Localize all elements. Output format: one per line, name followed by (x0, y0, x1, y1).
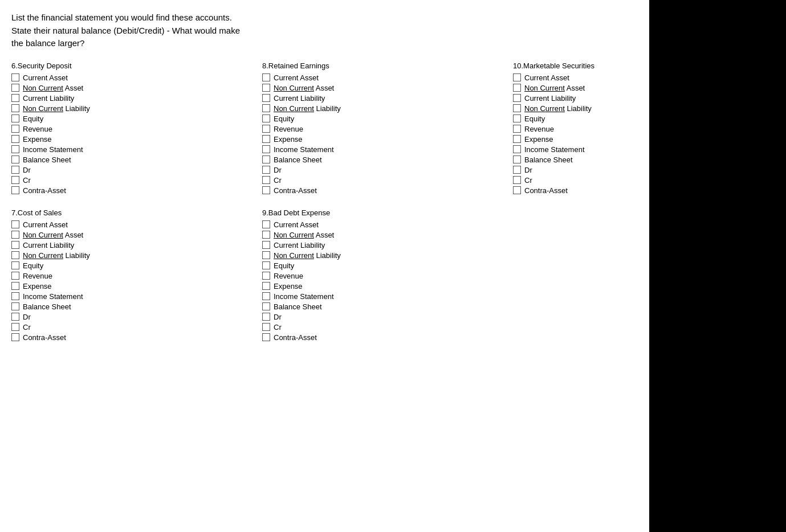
checkbox-q9-1[interactable] (262, 231, 270, 239)
checkbox-q8-2[interactable] (262, 94, 270, 102)
list-item: Expense (11, 282, 251, 290)
list-item: Balance Sheet (262, 302, 502, 311)
list-item: Non Current Asset (11, 231, 251, 239)
checkbox-q9-11[interactable] (262, 333, 270, 341)
checkbox-q8-11[interactable] (262, 186, 270, 194)
question-7-title: 7.Cost of Sales (11, 208, 251, 217)
checkbox-label: Cr (23, 323, 31, 332)
checkbox-q7-2[interactable] (11, 241, 19, 249)
list-item: Cr (11, 323, 251, 332)
checkbox-label: Non Current Asset (23, 84, 83, 92)
checkbox-label: Non Current Liability (274, 104, 341, 113)
checkbox-q9-6[interactable] (262, 282, 270, 290)
checkbox-label: Current Asset (524, 73, 569, 82)
checkbox-q6-4[interactable] (11, 114, 19, 122)
checkbox-label: Income Statement (23, 292, 83, 301)
checkbox-q9-2[interactable] (262, 241, 270, 249)
checkbox-q7-7[interactable] (11, 292, 19, 300)
checkbox-q9-10[interactable] (262, 323, 270, 331)
checkbox-q9-9[interactable] (262, 313, 270, 321)
checkbox-label: Contra-Asset (23, 186, 66, 195)
checkbox-q6-3[interactable] (11, 104, 19, 112)
checkbox-q6-0[interactable] (11, 73, 19, 81)
list-item: Expense (262, 282, 502, 290)
checkbox-q10-6[interactable] (513, 135, 521, 143)
list-item: Income Statement (11, 292, 251, 301)
checkbox-q9-5[interactable] (262, 272, 270, 280)
checkbox-q10-5[interactable] (513, 125, 521, 133)
checkbox-q10-1[interactable] (513, 84, 521, 92)
checkbox-q10-3[interactable] (513, 104, 521, 112)
checkbox-q10-7[interactable] (513, 145, 521, 153)
list-item: Current Asset (262, 73, 502, 82)
checkbox-q9-4[interactable] (262, 261, 270, 269)
checkbox-label: Balance Sheet (274, 155, 322, 164)
checkbox-q7-6[interactable] (11, 282, 19, 290)
list-item: Current Liability (11, 241, 251, 249)
checkbox-q8-1[interactable] (262, 84, 270, 92)
checkbox-label: Dr (524, 166, 532, 174)
checkbox-q7-8[interactable] (11, 302, 19, 310)
checkbox-label: Non Current Asset (23, 231, 83, 239)
list-item: Revenue (262, 125, 502, 133)
checkbox-q10-4[interactable] (513, 114, 521, 122)
checkbox-q6-11[interactable] (11, 186, 19, 194)
checkbox-q8-3[interactable] (262, 104, 270, 112)
checkbox-q8-7[interactable] (262, 145, 270, 153)
checkbox-q8-6[interactable] (262, 135, 270, 143)
list-item: Revenue (11, 125, 251, 133)
checkbox-q8-8[interactable] (262, 155, 270, 163)
checkbox-label: Non Current Asset (274, 231, 334, 239)
checkbox-q9-8[interactable] (262, 302, 270, 310)
checkbox-q10-8[interactable] (513, 155, 521, 163)
checkbox-label: Balance Sheet (524, 155, 573, 164)
checkbox-q10-9[interactable] (513, 166, 521, 174)
checkbox-q6-8[interactable] (11, 155, 19, 163)
checkbox-label: Revenue (23, 125, 52, 133)
checkbox-q6-7[interactable] (11, 145, 19, 153)
list-item: Dr (11, 313, 251, 321)
checkbox-q8-10[interactable] (262, 176, 270, 184)
checkbox-q9-7[interactable] (262, 292, 270, 300)
list-item: Expense (11, 135, 251, 144)
checkbox-label: Expense (274, 135, 303, 144)
checkbox-q6-10[interactable] (11, 176, 19, 184)
checkbox-label: Dr (23, 166, 31, 174)
checkbox-q8-0[interactable] (262, 73, 270, 81)
checkbox-q8-4[interactable] (262, 114, 270, 122)
checkbox-label: Current Asset (274, 220, 319, 229)
list-item: Revenue (11, 272, 251, 280)
checkbox-label: Cr (274, 176, 282, 185)
checkbox-q7-4[interactable] (11, 261, 19, 269)
checkbox-label: Income Statement (23, 145, 83, 154)
list-item: Revenue (262, 272, 502, 280)
checkbox-q6-5[interactable] (11, 125, 19, 133)
checkbox-label: Dr (23, 313, 31, 321)
checkbox-q6-9[interactable] (11, 166, 19, 174)
checkbox-q6-1[interactable] (11, 84, 19, 92)
checkbox-label: Equity (274, 114, 294, 123)
checkbox-q7-10[interactable] (11, 323, 19, 331)
checkbox-q7-5[interactable] (11, 272, 19, 280)
checkbox-q10-10[interactable] (513, 176, 521, 184)
checkbox-q7-9[interactable] (11, 313, 19, 321)
checkbox-q8-9[interactable] (262, 166, 270, 174)
checkbox-q9-0[interactable] (262, 220, 270, 228)
checkbox-q7-11[interactable] (11, 333, 19, 341)
checkbox-label: Current Asset (23, 220, 68, 229)
checkbox-q7-0[interactable] (11, 220, 19, 228)
question-9-title: 9.Bad Debt Expense (262, 208, 502, 217)
checkbox-q7-1[interactable] (11, 231, 19, 239)
checkbox-q9-3[interactable] (262, 251, 270, 259)
column-2: 8.Retained Earnings Current AssetNon Cur… (262, 62, 513, 355)
checkbox-q6-6[interactable] (11, 135, 19, 143)
checkbox-q7-3[interactable] (11, 251, 19, 259)
checkbox-q10-0[interactable] (513, 73, 521, 81)
checkbox-q6-2[interactable] (11, 94, 19, 102)
checkbox-q10-11[interactable] (513, 186, 521, 194)
list-item: Equity (262, 114, 502, 123)
checkbox-q8-5[interactable] (262, 125, 270, 133)
checkbox-label: Current Liability (23, 94, 74, 103)
checkbox-q10-2[interactable] (513, 94, 521, 102)
checkbox-label: Equity (524, 114, 545, 123)
